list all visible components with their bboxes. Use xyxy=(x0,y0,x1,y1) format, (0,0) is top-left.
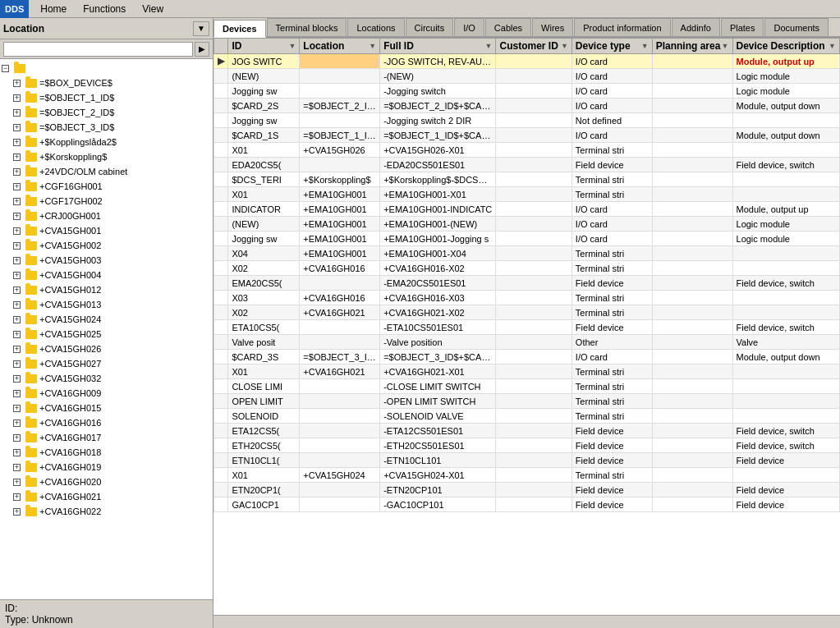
col-header-description[interactable]: Device Description▼ xyxy=(732,39,839,54)
tree-expand-cva15gh032[interactable]: + xyxy=(13,375,25,383)
col-header-device_type[interactable]: Device type▼ xyxy=(571,39,652,54)
table-row[interactable]: (NEW)-(NEW)I/O cardLogic module xyxy=(214,69,840,84)
table-row[interactable]: X01+CVA16GH021+CVA16GH021-X01Terminal st… xyxy=(214,364,840,379)
tree-expand-cva15gh025[interactable]: + xyxy=(13,331,25,338)
table-row[interactable]: SOLENOID-SOLENOID VALVETerminal stri xyxy=(214,409,840,424)
table-row[interactable]: X01+EMA10GH001+EMA10GH001-X01Terminal st… xyxy=(214,187,840,202)
tree-expand-cva15gh012[interactable]: + xyxy=(13,286,25,294)
tab-devices[interactable]: Devices xyxy=(213,20,266,38)
search-input[interactable] xyxy=(3,42,193,57)
tree-expand-cva15gh013[interactable]: + xyxy=(13,301,25,309)
table-row[interactable]: EDA20CS5(-EDA20CS501ES01Field deviceFiel… xyxy=(214,158,840,172)
search-nav-button[interactable]: ▶ xyxy=(195,42,209,57)
col-header-planning_area[interactable]: Planning area▼ xyxy=(652,39,732,54)
tab-cables[interactable]: Cables xyxy=(485,18,531,36)
tree-expand-vdc[interactable]: + xyxy=(13,168,25,176)
table-row[interactable]: X02+CVA16GH021+CVA16GH021-X02Terminal st… xyxy=(214,305,840,320)
tab-documents[interactable]: Documents xyxy=(764,18,829,36)
tree-item-cva15gh001[interactable]: + +CVA15GH001 xyxy=(11,223,213,238)
tree-expand-crj00[interactable]: + xyxy=(13,213,25,220)
tree-item-cva15gh024[interactable]: + +CVA15GH024 xyxy=(11,312,213,327)
table-row[interactable]: INDICATOR+EMA10GH001+EMA10GH001-INDICATC… xyxy=(214,202,840,217)
tree-expand-cva16gh022[interactable]: + xyxy=(13,508,25,516)
tree-item-cva16gh009[interactable]: + +CVA16GH009 xyxy=(11,386,213,401)
tab-locations[interactable]: Locations xyxy=(347,18,404,36)
table-row[interactable]: ETH20CS5(-ETH20CS501ES01Field deviceFiel… xyxy=(214,438,840,453)
tab-product_info[interactable]: Product information xyxy=(574,18,670,36)
tree-expand-cva16gh015[interactable]: + xyxy=(13,405,25,412)
tree-expand-root[interactable]: − xyxy=(2,65,13,72)
tree-expand-cva16gh019[interactable]: + xyxy=(13,464,25,471)
table-row[interactable]: ETN10CL1(-ETN10CL101Field deviceField de… xyxy=(214,453,840,468)
table-row[interactable]: Jogging sw-Jogging switch 2 DIRNot defin… xyxy=(214,113,840,128)
menu-view[interactable]: View xyxy=(134,0,172,18)
tree-item-cva15gh003[interactable]: + +CVA15GH003 xyxy=(11,253,213,268)
tree-item-cva16gh020[interactable]: + +CVA16GH020 xyxy=(11,474,213,489)
tree-expand-cva15gh027[interactable]: + xyxy=(13,360,25,368)
tree-item-box_device[interactable]: + =$BOX_DEVICE$ xyxy=(11,76,213,90)
menu-functions[interactable]: Functions xyxy=(75,0,134,18)
table-row[interactable]: Valve posit-Valve positionOtherValve xyxy=(214,335,840,350)
col-header-id[interactable]: ID▼ xyxy=(228,39,300,54)
tree-expand-cva15gh004[interactable]: + xyxy=(13,272,25,279)
tree-item-cva16gh019[interactable]: + +CVA16GH019 xyxy=(11,460,213,474)
tree-item-cva16gh017[interactable]: + +CVA16GH017 xyxy=(11,430,213,445)
tree-root-item[interactable]: − xyxy=(0,61,213,76)
tree-expand-object2[interactable]: + xyxy=(13,109,25,117)
tab-wires[interactable]: Wires xyxy=(532,18,573,36)
tree-expand-cva15gh002[interactable]: + xyxy=(13,242,25,250)
tree-item-vdc[interactable]: + +24VDC/OLM cabinet xyxy=(11,164,213,179)
tree-item-kors[interactable]: + +$Korskoppling$ xyxy=(11,149,213,164)
tab-terminal_blocks[interactable]: Terminal blocks xyxy=(267,18,347,36)
tree-item-object2[interactable]: + =$OBJECT_2_ID$ xyxy=(11,105,213,120)
table-row[interactable]: ETA10CS5(-ETA10CS501ES01Field deviceFiel… xyxy=(214,320,840,335)
table-row[interactable]: X01+CVA15GH026+CVA15GH026-X01Terminal st… xyxy=(214,143,840,158)
tree-expand-cva16gh021[interactable]: + xyxy=(13,493,25,501)
table-row[interactable]: EMA20CS5(-EMA20CS501ES01Field deviceFiel… xyxy=(214,276,840,291)
tree-item-cva16gh016[interactable]: + +CVA16GH016 xyxy=(11,415,213,430)
tab-circuits[interactable]: Circuits xyxy=(406,18,454,36)
menu-home[interactable]: Home xyxy=(32,0,75,18)
col-header-location[interactable]: Location▼ xyxy=(300,39,380,54)
tree-expand-kors[interactable]: + xyxy=(13,154,25,161)
tree-expand-cva15gh024[interactable]: + xyxy=(13,316,25,323)
table-row[interactable]: X03+CVA16GH016+CVA16GH016-X03Terminal st… xyxy=(214,291,840,305)
table-row[interactable]: X02+CVA16GH016+CVA16GH016-X02Terminal st… xyxy=(214,261,840,276)
table-row[interactable]: ETN20CP1(-ETN20CP101Field deviceField de… xyxy=(214,483,840,497)
tab-io[interactable]: I/O xyxy=(454,18,484,36)
tree-expand-cva15gh026[interactable]: + xyxy=(13,346,25,353)
table-row[interactable]: Jogging sw-Jogging switchI/O cardLogic m… xyxy=(214,84,840,99)
tree-item-crj00[interactable]: + +CRJ00GH001 xyxy=(11,209,213,223)
table-row[interactable]: OPEN LIMIT-OPEN LIMIT SWITCHTerminal str… xyxy=(214,394,840,409)
table-row[interactable]: ETA12CS5(-ETA12CS501ES01Field deviceFiel… xyxy=(214,424,840,438)
tree-item-koppling[interactable]: + +$Kopplingslåda2$ xyxy=(11,135,213,149)
tree-expand-object3[interactable]: + xyxy=(13,124,25,131)
table-row[interactable]: Jogging sw+EMA10GH001+EMA10GH001-Jogging… xyxy=(214,231,840,246)
tree-expand-cva16gh017[interactable]: + xyxy=(13,434,25,442)
tree-expand-cgf17[interactable]: + xyxy=(13,198,25,205)
tree-expand-object1[interactable]: + xyxy=(13,94,25,102)
table-row[interactable]: CLOSE LIMI-CLOSE LIMIT SWITCHTerminal st… xyxy=(214,379,840,394)
tree-item-cva15gh002[interactable]: + +CVA15GH002 xyxy=(11,238,213,253)
tree-expand-cva16gh020[interactable]: + xyxy=(13,479,25,486)
table-row[interactable]: X04+EMA10GH001+EMA10GH001-X04Terminal st… xyxy=(214,246,840,261)
tree-item-cva15gh004[interactable]: + +CVA15GH004 xyxy=(11,268,213,282)
table-row[interactable]: ▶JOG SWITC-JOG SWITCH, REV-AUTO-I/O card… xyxy=(214,54,840,69)
table-row[interactable]: $CARD_2S=$OBJECT_2_ID$+$CAI=$OBJECT_2_ID… xyxy=(214,99,840,113)
table-row[interactable]: X01+CVA15GH024+CVA15GH024-X01Terminal st… xyxy=(214,468,840,483)
col-header-indicator[interactable] xyxy=(214,39,228,54)
tree-item-cva15gh027[interactable]: + +CVA15GH027 xyxy=(11,356,213,371)
table-row[interactable]: $CARD_3S=$OBJECT_3_ID$+$CAI=$OBJECT_3_ID… xyxy=(214,350,840,364)
tree-item-cva15gh025[interactable]: + +CVA15GH025 xyxy=(11,327,213,342)
tree-item-cva15gh012[interactable]: + +CVA15GH012 xyxy=(11,282,213,297)
tree-item-cva16gh018[interactable]: + +CVA16GH018 xyxy=(11,445,213,460)
tree-item-cva15gh013[interactable]: + +CVA15GH013 xyxy=(11,297,213,312)
tree-expand-cva15gh001[interactable]: + xyxy=(13,227,25,235)
tree-item-cva15gh026[interactable]: + +CVA15GH026 xyxy=(11,342,213,356)
tab-plates[interactable]: Plates xyxy=(721,18,764,36)
table-row[interactable]: $CARD_1S=$OBJECT_1_ID$+$CAI=$OBJECT_1_ID… xyxy=(214,128,840,143)
tree-expand-cva15gh003[interactable]: + xyxy=(13,257,25,264)
tree-expand-cva16gh018[interactable]: + xyxy=(13,449,25,456)
tree-expand-cva16gh016[interactable]: + xyxy=(13,419,25,427)
tree-expand-cva16gh009[interactable]: + xyxy=(13,390,25,397)
